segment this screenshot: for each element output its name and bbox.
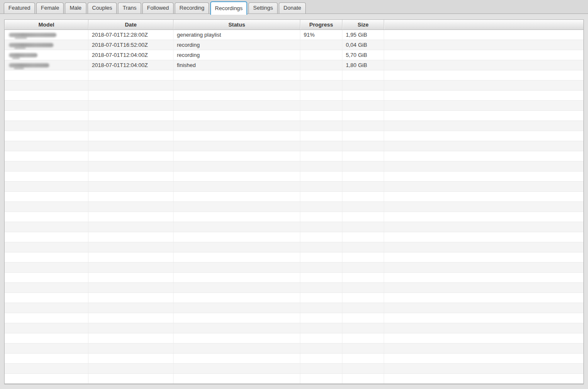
table-row[interactable]: 2018-07-01T12:04:00Z finished 1,80 GiB — [5, 60, 583, 70]
column-header-label: Date — [125, 21, 136, 28]
empty-table-row — [5, 111, 583, 121]
cell-size: 1,95 GiB — [342, 30, 384, 40]
empty-cell — [384, 303, 583, 313]
tab-couples[interactable]: Couples — [88, 3, 117, 13]
empty-cell — [88, 121, 174, 131]
cell-size: 1,80 GiB — [342, 60, 384, 70]
empty-cell — [384, 374, 583, 384]
column-header-label: Status — [228, 21, 245, 28]
empty-cell — [88, 343, 174, 353]
empty-cell — [300, 131, 342, 141]
empty-cell — [5, 343, 88, 353]
empty-cell — [88, 293, 174, 303]
tab-followed[interactable]: Followed — [142, 3, 174, 13]
empty-cell — [5, 70, 88, 80]
column-header-status[interactable]: Status — [174, 20, 300, 30]
empty-table-row — [5, 364, 583, 374]
empty-cell — [5, 293, 88, 303]
empty-cell — [300, 111, 342, 121]
empty-cell — [5, 121, 88, 131]
column-header-model[interactable]: Model — [5, 20, 88, 30]
cell-extra — [384, 30, 583, 40]
tab-settings[interactable]: Settings — [249, 3, 278, 13]
empty-cell — [384, 111, 583, 121]
empty-cell — [88, 212, 174, 222]
table-row[interactable]: 2018-07-01T16:52:00Z recording 0,04 GiB — [5, 40, 583, 50]
redacted-model-name — [9, 33, 56, 37]
empty-cell — [300, 303, 342, 313]
column-header-date[interactable]: Date — [88, 20, 174, 30]
table-row[interactable]: 2018-07-01T12:04:00Z recording 5,70 GiB — [5, 50, 583, 60]
empty-cell — [342, 70, 384, 80]
empty-cell — [342, 323, 384, 333]
column-header-label: Model — [38, 21, 54, 28]
empty-cell — [5, 222, 88, 232]
cell-status: finished — [174, 60, 300, 70]
empty-cell — [384, 313, 583, 323]
empty-table-row — [5, 333, 583, 343]
empty-cell — [300, 101, 342, 110]
empty-cell — [384, 252, 583, 262]
empty-cell — [88, 364, 174, 373]
empty-cell — [88, 313, 174, 323]
empty-cell — [88, 101, 174, 110]
empty-cell — [342, 364, 384, 373]
empty-cell — [88, 252, 174, 262]
empty-cell — [174, 101, 300, 110]
table-row[interactable]: 2018-07-01T12:28:00Z generating playlist… — [5, 30, 583, 40]
empty-cell — [384, 212, 583, 222]
empty-table-row — [5, 374, 583, 384]
tab-featured[interactable]: Featured — [4, 3, 35, 13]
empty-table-row — [5, 141, 583, 151]
empty-cell — [5, 101, 88, 110]
tab-recordings[interactable]: Recordings — [210, 1, 247, 15]
empty-cell — [300, 283, 342, 292]
empty-cell — [342, 141, 384, 151]
tab-donate[interactable]: Donate — [279, 3, 306, 13]
empty-cell — [384, 101, 583, 110]
empty-cell — [342, 91, 384, 100]
empty-cell — [88, 161, 174, 171]
empty-table-row — [5, 273, 583, 283]
empty-cell — [5, 364, 88, 373]
empty-cell — [5, 192, 88, 201]
empty-cell — [174, 323, 300, 333]
empty-cell — [342, 283, 384, 292]
tab-female[interactable]: Female — [36, 3, 64, 13]
empty-table-row — [5, 232, 583, 242]
empty-cell — [300, 121, 342, 131]
empty-cell — [174, 141, 300, 151]
tab-trans[interactable]: Trans — [118, 3, 141, 13]
empty-cell — [300, 151, 342, 161]
empty-cell — [174, 364, 300, 373]
empty-cell — [88, 182, 174, 191]
empty-cell — [5, 212, 88, 222]
column-header-size[interactable]: Size — [342, 20, 384, 30]
empty-cell — [384, 333, 583, 343]
empty-table-row — [5, 323, 583, 333]
empty-cell — [342, 212, 384, 222]
cell-extra — [384, 60, 583, 70]
cell-model — [5, 30, 88, 40]
column-header-extra[interactable] — [384, 20, 583, 30]
empty-cell — [174, 354, 300, 363]
empty-cell — [300, 313, 342, 323]
empty-cell — [5, 91, 88, 100]
column-header-progress[interactable]: Progress — [300, 20, 342, 30]
empty-cell — [88, 374, 174, 384]
tab-male[interactable]: Male — [65, 3, 86, 13]
cell-size: 0,04 GiB — [342, 40, 384, 50]
empty-cell — [88, 222, 174, 232]
empty-cell — [300, 202, 342, 212]
tab-label: Settings — [253, 5, 273, 11]
empty-cell — [384, 161, 583, 171]
empty-cell — [174, 91, 300, 100]
empty-cell — [342, 343, 384, 353]
cell-progress: 91% — [300, 30, 342, 40]
empty-cell — [342, 242, 384, 252]
empty-cell — [384, 293, 583, 303]
empty-cell — [88, 202, 174, 212]
empty-cell — [384, 151, 583, 161]
tab-recording[interactable]: Recording — [175, 3, 209, 13]
cell-size: 5,70 GiB — [342, 50, 384, 60]
